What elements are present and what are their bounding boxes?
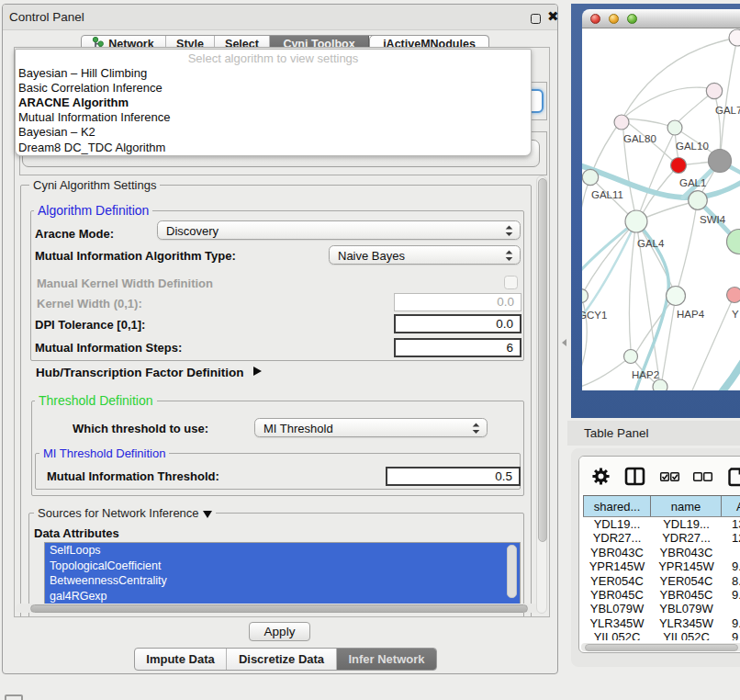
- minimized-panel-icon[interactable]: [5, 694, 23, 700]
- checked-boxes-icon[interactable]: [661, 473, 679, 481]
- network-canvas[interactable]: GAL7GAL80GAL10GAL1GAL11SWI4GAL4GCY1HAP4Y…: [582, 28, 740, 390]
- network-window-titlebar[interactable]: [582, 9, 740, 28]
- table-row[interactable]: YPR145WYPR145W9.: [583, 559, 740, 573]
- node-swi4[interactable]: [689, 191, 708, 210]
- column-header-a[interactable]: A: [722, 496, 740, 516]
- tab-impute-data[interactable]: Impute Data: [135, 649, 227, 670]
- data-attributes-list[interactable]: SelfLoopsTopologicalCoefficientBetweenne…: [44, 542, 521, 604]
- network-edge[interactable]: [714, 91, 721, 155]
- mi-threshold-input[interactable]: 0.5: [386, 467, 521, 486]
- list-item-gal4rgexp[interactable]: gal4RGexp: [45, 589, 520, 604]
- panel-title: Control Panel: [9, 10, 84, 24]
- which-threshold-select[interactable]: MI Threshold: [254, 418, 488, 437]
- document-icon[interactable]: [730, 469, 740, 486]
- network-edge[interactable]: [582, 221, 636, 321]
- horizontal-scrollbar-thumb[interactable]: [30, 604, 528, 613]
- close-red-icon[interactable]: [590, 14, 600, 24]
- node-gal7[interactable]: [729, 29, 740, 46]
- node-hap2[interactable]: [624, 350, 638, 364]
- network-edge[interactable]: [582, 177, 590, 263]
- node-gal7b[interactable]: [706, 83, 722, 98]
- kernel-width-input[interactable]: 0.0: [394, 293, 521, 311]
- minimize-yellow-icon[interactable]: [609, 14, 619, 24]
- dropdown-item-bayesian-hill-climbing[interactable]: Bayesian – Hill Climbing: [16, 66, 531, 81]
- tab-label: Discretize Data: [239, 652, 324, 666]
- tab-discretize-data[interactable]: Discretize Data: [227, 649, 337, 670]
- control-panel-titlebar[interactable]: Control Panel ✖: [3, 5, 557, 30]
- table-row[interactable]: YBR045CYBR045C9.: [583, 588, 740, 602]
- table-row[interactable]: YIL052CYIL052C9: [583, 630, 740, 640]
- list-item-selfloops[interactable]: SelfLoops: [45, 543, 520, 559]
- aracne-mode-value: Discovery: [166, 224, 219, 238]
- dropdown-item-mutual-information-inference[interactable]: Mutual Information Inference: [16, 110, 531, 125]
- network-edge[interactable]: [622, 119, 669, 126]
- hub-section-label[interactable]: Hub/Transcription Factor Definition: [36, 366, 244, 379]
- close-icon[interactable]: ✖: [547, 8, 559, 25]
- table-row[interactable]: YLR345WYLR345W9.: [583, 616, 740, 630]
- node-pink[interactable]: [727, 288, 740, 303]
- table-hscrollbar-thumb[interactable]: [585, 644, 738, 651]
- algorithm-dropdown-popup: Select algorithm to view settingsBayesia…: [15, 49, 532, 156]
- node-gal4[interactable]: [625, 210, 647, 232]
- network-edge[interactable]: [721, 38, 737, 152]
- network-edge[interactable]: [584, 221, 636, 291]
- dpi-tolerance-input[interactable]: 0.0: [394, 314, 521, 333]
- combo-arrows-icon: [505, 225, 513, 237]
- dropdown-item-dream8-dc-tdc-algorithm[interactable]: Dream8 DC_TDC Algorithm: [16, 141, 531, 155]
- dropdown-item-aracne-algorithm[interactable]: ARACNE Algorithm: [16, 96, 531, 110]
- list-item-topologicalcoefficient[interactable]: TopologicalCoefficient: [45, 559, 520, 574]
- dropdown-item-basic-correlation-inference[interactable]: Basic Correlation Inference: [16, 81, 531, 96]
- node-gal80[interactable]: [614, 115, 629, 130]
- column-header-name[interactable]: name: [651, 496, 722, 516]
- cell: YIL052C: [651, 630, 722, 640]
- aracne-mode-select[interactable]: Discovery: [157, 220, 521, 240]
- group-title: MI Threshold Definition: [39, 446, 169, 460]
- table-row[interactable]: YDR27...YDR27...12: [583, 531, 740, 545]
- tab-infer-network[interactable]: Infer Network: [337, 649, 436, 670]
- sources-title-text: Sources for Network Inference: [38, 506, 199, 520]
- group-title: Cyni Algorithm Settings: [29, 178, 160, 192]
- list-scrollbar[interactable]: [507, 545, 517, 598]
- unchecked-boxes-icon[interactable]: [694, 473, 712, 481]
- gear-icon[interactable]: [592, 468, 609, 484]
- collapse-down-icon[interactable]: [203, 511, 212, 518]
- cell: 8.: [722, 574, 740, 588]
- node-red[interactable]: [671, 158, 687, 174]
- expand-right-icon[interactable]: [253, 367, 262, 376]
- vertical-scrollbar[interactable]: [536, 175, 547, 614]
- split-pane-collapse-icon[interactable]: [562, 339, 566, 346]
- network-edge[interactable]: [676, 209, 696, 296]
- table-row[interactable]: YDL19...YDL19...13: [583, 517, 740, 531]
- table-body: YDL19...YDL19...13YDR27...YDR27...12YBR0…: [583, 517, 740, 640]
- network-edge[interactable]: [636, 296, 676, 352]
- float-window-icon[interactable]: [531, 14, 541, 24]
- apply-button[interactable]: Apply: [249, 622, 310, 641]
- node-bot[interactable]: [653, 379, 667, 390]
- network-edge[interactable]: [582, 356, 631, 387]
- which-threshold-value: MI Threshold: [263, 422, 333, 435]
- node-gal11[interactable]: [582, 169, 598, 185]
- dropdown-item-bayesian-k2[interactable]: Bayesian – K2: [16, 125, 531, 140]
- list-item-betweennesscentrality[interactable]: BetweennessCentrality: [45, 573, 520, 589]
- table-row[interactable]: YER054CYER054C8.: [583, 574, 740, 588]
- table-horizontal-scrollbar[interactable]: [581, 643, 740, 651]
- vertical-scrollbar-thumb[interactable]: [538, 178, 547, 542]
- horizontal-scrollbar[interactable]: [16, 604, 544, 613]
- table-row[interactable]: YBL079WYBL079W: [583, 602, 740, 615]
- mi-steps-input[interactable]: 6: [394, 338, 521, 357]
- cell: YIL052C: [583, 630, 651, 640]
- split-view-icon[interactable]: [626, 469, 644, 484]
- node-gray[interactable]: [709, 150, 732, 173]
- combo-arrows-icon: [505, 250, 513, 262]
- zoom-green-icon[interactable]: [627, 14, 637, 24]
- network-edge[interactable]: [712, 353, 740, 390]
- network-edge[interactable]: [629, 221, 636, 350]
- mi-type-select[interactable]: Naive Bayes: [329, 245, 521, 265]
- table-row[interactable]: YBR043CYBR043C: [583, 546, 740, 559]
- node-gal10[interactable]: [667, 120, 682, 135]
- column-header-shared[interactable]: shared...: [583, 496, 651, 516]
- node-hap4[interactable]: [667, 287, 686, 306]
- node-gcy1[interactable]: [582, 289, 589, 303]
- network-edge[interactable]: [582, 296, 587, 370]
- manual-kernel-checkbox[interactable]: [504, 276, 518, 289]
